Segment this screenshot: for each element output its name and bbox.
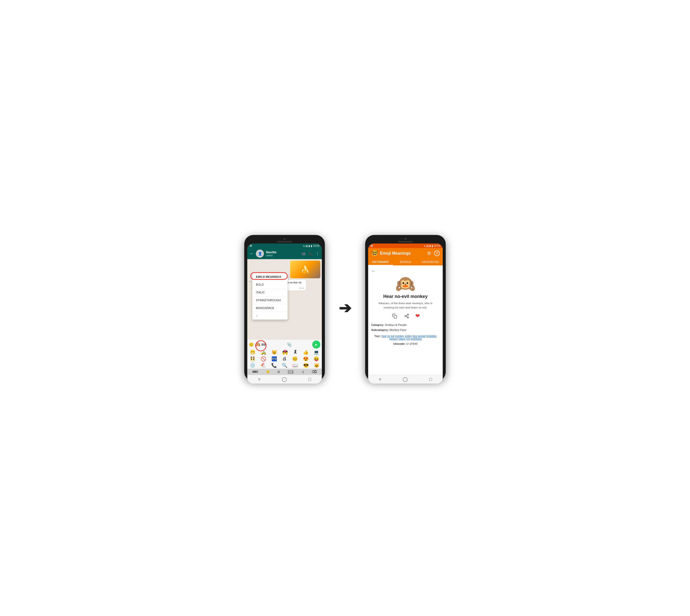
tag-no[interactable]: no: [387, 335, 390, 337]
smiley-key[interactable]: 🙂: [266, 370, 270, 373]
context-menu-item-monospace[interactable]: MONOSPACE: [252, 304, 288, 312]
help-icon[interactable]: ?: [434, 250, 440, 256]
emoji-key[interactable]: 🎗: [293, 349, 298, 356]
emoji-key[interactable]: 💏: [282, 349, 288, 356]
emoji-key[interactable]: 🔍: [281, 362, 288, 369]
more-options-icon[interactable]: ⋮: [316, 251, 319, 256]
sticker-key[interactable]: ⊡: [277, 370, 280, 373]
action-icons-row: ❤: [391, 312, 420, 320]
emoji-key[interactable]: 🐔: [260, 362, 266, 369]
emoji-key[interactable]: 👯: [249, 356, 256, 362]
share-icon[interactable]: [403, 312, 410, 320]
tag-nature[interactable]: nature: [398, 337, 405, 340]
chat-area: 🍌 ↩ Yes agree now I can lookup al... to …: [247, 259, 322, 375]
checkers-emoji: ⊞⊞: [261, 343, 266, 346]
emoji-key[interactable]: 🏧: [271, 356, 277, 362]
detail-back-button[interactable]: ←: [371, 268, 376, 274]
tag-smiley[interactable]: smiley: [405, 335, 412, 337]
svg-rect-0: [394, 315, 397, 318]
tag-face[interactable]: face: [413, 335, 417, 337]
tag-prohibited[interactable]: prohibited: [410, 337, 422, 340]
context-menu-item-emoji-meanings[interactable]: EMOJI MEANINGS: [252, 273, 288, 281]
svg-line-4: [406, 316, 407, 317]
tab-dictionary[interactable]: DICTIONARY: [368, 259, 393, 265]
emoji-key[interactable]: 😺: [313, 362, 320, 369]
video-call-icon[interactable]: 📹: [301, 251, 306, 256]
tag-forbidden[interactable]: forbidden: [426, 335, 437, 337]
favourite-heart-icon[interactable]: ❤: [415, 313, 420, 319]
recents-nav-icon[interactable]: □: [308, 377, 311, 382]
contact-info: Neville online: [266, 250, 299, 257]
emoji-smiley-icon[interactable]: 🙂: [249, 342, 254, 347]
emoji-key[interactable]: 😊: [292, 356, 298, 362]
emoji-key[interactable]: 🖨: [282, 356, 287, 362]
bluetooth-icon: ⎈: [303, 244, 305, 247]
wifi-icon-right: ▨: [426, 244, 429, 247]
home-nav-icon[interactable]: ◯: [282, 376, 287, 382]
back-nav-icon-right[interactable]: ▿: [379, 376, 381, 382]
phone-call-icon[interactable]: 📞: [309, 251, 313, 256]
delete-key[interactable]: ⌫: [312, 370, 317, 374]
emoji-key[interactable]: 📖: [292, 362, 298, 369]
settings-icon[interactable]: ⚙: [427, 250, 431, 256]
tag-hear[interactable]: hear: [381, 335, 386, 337]
battery-icon-right: ▮: [431, 244, 433, 247]
emoji-key[interactable]: 🚫: [260, 356, 267, 362]
phone-speaker-right: [398, 241, 413, 243]
emoji-key[interactable]: 😎: [303, 362, 309, 369]
emoji-row-1: 😁 🚕 😾 💏 🎗 👍 💻: [247, 349, 322, 356]
emoji-key[interactable]: 📞: [271, 362, 277, 369]
emoji-key[interactable]: 🚕: [260, 349, 267, 356]
emoji-detail-area: ← 🙉 Hear no-evil monkey Kikazaru, of the…: [368, 265, 443, 375]
gif-key[interactable]: GIF: [288, 370, 294, 373]
main-emoji-display: 🙉: [395, 276, 416, 292]
send-button[interactable]: ►: [312, 340, 320, 349]
emoji-key[interactable]: 😍: [303, 356, 309, 362]
back-arrow-icon[interactable]: ←: [250, 251, 254, 256]
time-left: 23:29: [313, 244, 319, 247]
tag-evil[interactable]: evil: [391, 335, 395, 337]
emoji-key[interactable]: 😝: [313, 356, 319, 362]
home-nav-icon-right[interactable]: ◯: [403, 376, 408, 382]
emoji-key[interactable]: 😁: [249, 349, 256, 356]
context-menu-item-back[interactable]: ←: [252, 312, 288, 320]
context-menu-item-strikethrough[interactable]: STRIKETHROUGH: [252, 296, 288, 304]
nexus-logo-left: N: [250, 244, 252, 247]
tab-search[interactable]: SEARCH: [393, 259, 418, 265]
recents-nav-icon-right[interactable]: □: [429, 377, 432, 382]
context-menu-item-bold[interactable]: BOLD: [252, 281, 288, 289]
back-nav-icon[interactable]: ▿: [258, 376, 260, 382]
unicode-label: Unicode:: [393, 342, 405, 345]
emoticon-key[interactable]: :-): [302, 370, 304, 373]
right-phone: N ⎈ ▨ ▮ ▮ 22:53 🤓 Emoji Meanings ⚙ ?: [365, 235, 446, 381]
emoji-key[interactable]: 💿: [249, 362, 256, 369]
abc-key[interactable]: ABC: [252, 370, 259, 373]
copy-icon[interactable]: [391, 312, 398, 320]
tag-animal[interactable]: animal: [418, 335, 425, 337]
phone-camera-left: [284, 238, 286, 240]
emoji-key[interactable]: 😾: [271, 349, 277, 356]
avatar: 👤: [256, 249, 264, 258]
emoji-key[interactable]: 👍: [303, 349, 309, 356]
app-title: Emoji Meanings: [380, 251, 425, 256]
context-menu-item-italic[interactable]: ITALIC: [252, 289, 288, 296]
monkey-emoji[interactable]: 🙉: [255, 342, 260, 347]
subcategory-label: Subcategory:: [371, 328, 389, 331]
tags-label: Tags:: [374, 335, 381, 337]
tab-favourites[interactable]: FAVOURITES: [418, 259, 443, 265]
context-menu[interactable]: EMOJI MEANINGS BOLD ITALIC STRIKETHROUGH…: [252, 273, 288, 320]
emoji-key[interactable]: 💻: [313, 349, 319, 356]
bluetooth-icon-right: ⎈: [424, 244, 426, 247]
left-nav-bar: ▿ ◯ □: [247, 375, 322, 383]
tag-monkey[interactable]: monkey: [395, 335, 404, 337]
attachment-icon[interactable]: 📎: [287, 342, 292, 347]
status-icons-right: ⎈ ▨ ▮ ▮ 22:53: [424, 244, 440, 247]
svg-point-3: [407, 317, 409, 318]
whatsapp-app-bar: ← 👤 Neville online 📹 📞 ⋮: [247, 248, 322, 259]
contact-status: online: [266, 254, 299, 257]
app-logo-icon: 🤓: [371, 250, 378, 257]
emoji-title: Hear no-evil monkey: [383, 294, 428, 299]
emoji-row-2: 👯 🚫 🏧 🖨 😊 😍 😝: [247, 356, 322, 362]
tag-gesture[interactable]: gesture: [389, 337, 398, 340]
tag-not[interactable]: not: [406, 337, 410, 340]
